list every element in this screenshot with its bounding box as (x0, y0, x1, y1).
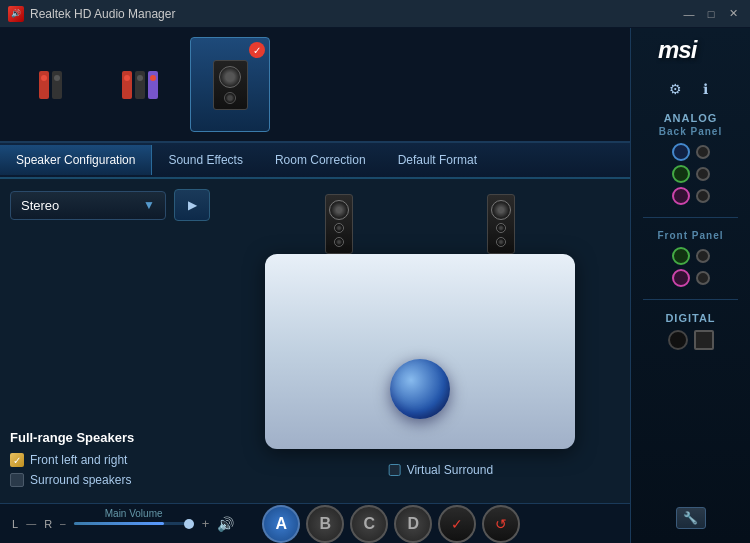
plug-red-3 (148, 71, 158, 99)
volume-minus-icon: — (26, 518, 36, 529)
port-blue-1[interactable] (672, 143, 690, 161)
port-sm-1[interactable] (696, 145, 710, 159)
speaker-driver-large-left (329, 200, 349, 220)
confirm-button[interactable]: ✓ (438, 505, 476, 543)
volume-left-label: L (12, 518, 18, 530)
center-ball (390, 359, 450, 419)
port-green-front[interactable] (672, 247, 690, 265)
digital-section: DIGITAL (665, 308, 715, 350)
tab-icon-2[interactable] (100, 37, 180, 132)
dropdown-row: Stereo ▼ ▶ (10, 189, 210, 221)
titlebar: 🔊 Realtek HD Audio Manager — □ ✕ (0, 0, 750, 28)
speaker-driver-small-left (334, 223, 344, 233)
tab-sound-effects[interactable]: Sound Effects (152, 145, 259, 175)
close-button[interactable]: ✕ (724, 7, 742, 21)
plug-black-1 (52, 71, 62, 99)
dropdown-value: Stereo (21, 198, 59, 213)
front-lr-checkbox-item: ✓ Front left and right (10, 453, 210, 467)
surround-checkbox-item: Surround speakers (10, 473, 210, 487)
sidebar-icons-row: ⚙ ℹ (665, 78, 717, 100)
stage-wrapper: Virtual Surround (265, 234, 575, 449)
port-sm-front-1[interactable] (696, 249, 710, 263)
volume-plus-icon: + (202, 516, 210, 531)
virtual-surround-row: Virtual Surround (389, 463, 494, 477)
dropdown-arrow-icon: ▼ (143, 198, 155, 212)
surround-checkbox[interactable] (10, 473, 24, 487)
virtual-surround-checkbox[interactable] (389, 464, 401, 476)
plug-red-2 (122, 71, 132, 99)
front-panel-ports-row2 (672, 269, 710, 287)
tab-icon-3[interactable]: ✓ (190, 37, 270, 132)
speaker-visualization: Virtual Surround (220, 189, 620, 493)
tab-default-format[interactable]: Default Format (382, 145, 493, 175)
active-badge: ✓ (249, 42, 265, 58)
content-area: ✓ Speaker Configuration Sound Effects Ro… (0, 28, 630, 543)
volume-dash-icon: – (60, 518, 66, 529)
titlebar-title: Realtek HD Audio Manager (30, 7, 680, 21)
svg-text:msi: msi (658, 36, 699, 63)
tab-room-correction[interactable]: Room Correction (259, 145, 382, 175)
sidebar-divider-1 (643, 217, 738, 218)
play-button[interactable]: ▶ (174, 189, 210, 221)
speaker-box (213, 60, 248, 110)
bottom-buttons: A B C D ✓ ↺ (262, 505, 520, 543)
tab-speaker-configuration[interactable]: Speaker Configuration (0, 145, 152, 175)
speaker-driver-sm2-right (496, 237, 506, 247)
port-sm-2[interactable] (696, 167, 710, 181)
settings-icon[interactable]: ⚙ (665, 78, 687, 100)
main-content: Stereo ▼ ▶ Full-range Speakers ✓ Front l… (0, 179, 630, 503)
sidebar-divider-2 (643, 299, 738, 300)
front-lr-checkbox[interactable]: ✓ (10, 453, 24, 467)
speaker-body-right (487, 194, 515, 254)
stage-platform (265, 254, 575, 449)
main-layout: ✓ Speaker Configuration Sound Effects Ro… (0, 28, 750, 543)
nav-tabs: Speaker Configuration Sound Effects Room… (0, 143, 630, 179)
analog-section-title: ANALOG (664, 112, 718, 124)
speaker-mode-dropdown[interactable]: Stereo ▼ (10, 191, 166, 220)
volume-speaker-icon: 🔊 (217, 516, 234, 532)
button-b[interactable]: B (306, 505, 344, 543)
port-sm-front-2[interactable] (696, 271, 710, 285)
refresh-button[interactable]: ↺ (482, 505, 520, 543)
msi-logo: msi (656, 36, 726, 70)
speaker-tab-img (213, 60, 248, 110)
port-pink-1[interactable] (672, 187, 690, 205)
tab-icon-1[interactable] (10, 37, 90, 132)
plug-black-2 (135, 71, 145, 99)
button-a[interactable]: A (262, 505, 300, 543)
wrench-button[interactable]: 🔧 (676, 507, 706, 529)
front-panel-ports-row1 (672, 247, 710, 265)
connector-plug-1 (39, 71, 62, 99)
button-c[interactable]: C (350, 505, 388, 543)
front-panel-title: Front Panel (657, 230, 723, 241)
digital-port-circle[interactable] (668, 330, 688, 350)
button-d[interactable]: D (394, 505, 432, 543)
minimize-button[interactable]: — (680, 7, 698, 21)
app-icon: 🔊 (8, 6, 24, 22)
volume-slider-thumb[interactable] (184, 519, 194, 529)
back-panel-title: Back Panel (659, 126, 722, 137)
port-green-1[interactable] (672, 165, 690, 183)
plug-red-1 (39, 71, 49, 99)
speaker-driver-small-right (496, 223, 506, 233)
volume-slider-track[interactable] (74, 522, 194, 525)
left-panel: Stereo ▼ ▶ Full-range Speakers ✓ Front l… (10, 189, 210, 493)
right-sidebar: msi ⚙ ℹ ANALOG Back Panel Front Panel (630, 28, 750, 543)
info-icon[interactable]: ℹ (695, 78, 717, 100)
fullrange-section: Full-range Speakers ✓ Front left and rig… (10, 430, 210, 493)
volume-slider-fill (74, 522, 164, 525)
volume-slider-wrap: Main Volume (74, 522, 194, 525)
connector-plug-2 (122, 71, 158, 99)
back-panel-ports-row2 (672, 165, 710, 183)
msi-logo-svg: msi (656, 36, 726, 64)
maximize-button[interactable]: □ (702, 7, 720, 21)
virtual-surround-label: Virtual Surround (407, 463, 494, 477)
port-pink-front[interactable] (672, 269, 690, 287)
connector-icon-2 (122, 71, 158, 99)
digital-section-title: DIGITAL (665, 312, 715, 324)
tab-icons-row: ✓ (0, 28, 630, 143)
back-panel-ports-row3 (672, 187, 710, 205)
digital-port-square[interactable] (694, 330, 714, 350)
volume-label: Main Volume (105, 508, 163, 519)
port-sm-3[interactable] (696, 189, 710, 203)
